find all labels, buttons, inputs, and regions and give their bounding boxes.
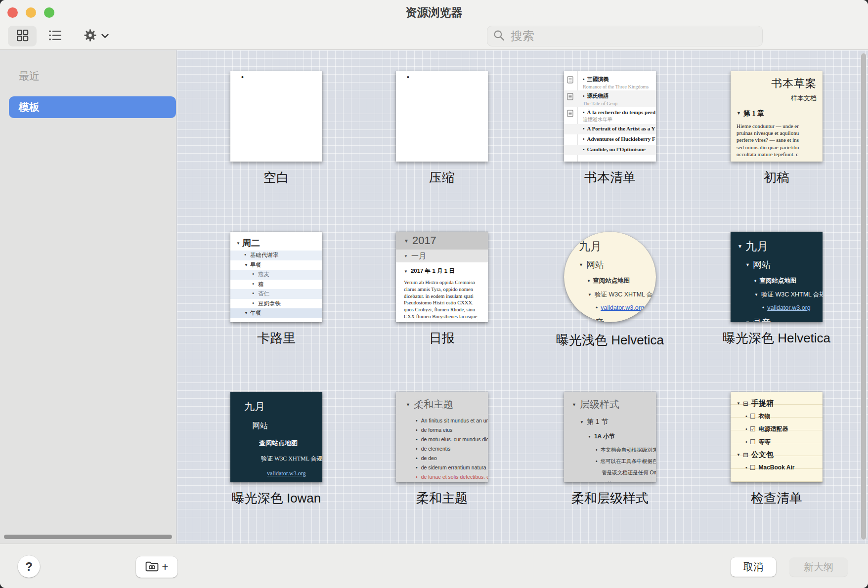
- template-cell: ▼⊟手提箱 •☐衣物 •☑电源适配器 •☐等等 ▼⊟公文包 •☐MacBook …: [731, 392, 823, 507]
- checkbox-mixed-icon: ⊟: [743, 400, 748, 407]
- template-cell: • 压缩: [396, 71, 488, 186]
- grid-view-button[interactable]: [8, 26, 37, 46]
- document-icon: [567, 110, 573, 119]
- sidebar: 最近 模板: [0, 50, 176, 544]
- checkbox-empty-icon: ☐: [750, 438, 756, 446]
- book-row: •A Portrait of the Artist as a Y: [564, 124, 656, 134]
- list-view-button[interactable]: [43, 26, 66, 46]
- template-thumbnail-exposure-dark-iowan[interactable]: 九月 网站 查阅站点地图 验证 W3C XHTML 合规性 validator.…: [230, 392, 322, 482]
- linked-folder-icon: [145, 560, 159, 574]
- search-input[interactable]: [510, 29, 756, 43]
- book-row: •À la recherche du temps perd 追憶逝水年華: [564, 107, 656, 124]
- template-cell: ▼九月 ▼网站 •查阅站点地图 ▼验证 W3C XHTML 合规性 •valid…: [564, 232, 656, 349]
- template-cell: •三國演義 Romance of the Three Kingdoms •源氏物…: [564, 71, 656, 186]
- template-thumbnail-calories[interactable]: ▼周二 •基础代谢率 ▼早餐 •燕麦 •糖 •杏仁 •豆奶拿铁 ▼午餐: [230, 232, 322, 322]
- template-thumbnail-exposure-light[interactable]: ▼九月 ▼网站 •查阅站点地图 ▼验证 W3C XHTML 合规性 •valid…: [564, 232, 656, 322]
- footer-bar: ? + 取消 新大纲: [0, 544, 868, 588]
- book-row: •Candide, ou l’Optimisme: [564, 145, 656, 155]
- vertical-scrollbar[interactable]: [861, 53, 867, 540]
- template-thumbnail-checklist[interactable]: ▼⊟手提箱 •☐衣物 •☑电源适配器 •☐等等 ▼⊟公文包 •☐MacBook …: [731, 392, 823, 482]
- new-outline-button[interactable]: 新大纲: [789, 557, 848, 577]
- checkbox-empty-icon: ☐: [750, 464, 756, 471]
- cancel-button[interactable]: 取消: [731, 557, 776, 577]
- template-label: 曝光浅色 Helvetica: [521, 332, 699, 349]
- action-menu-button[interactable]: [77, 26, 115, 46]
- bullet-dot: •: [241, 73, 244, 81]
- help-button[interactable]: ?: [18, 555, 40, 578]
- template-label: 书本清单: [521, 169, 699, 186]
- template-cell: ▼层级样式 ▼第 1 节 ▼1A 小节 •本文档会自动根据级别来 •您可以在工具…: [564, 392, 656, 507]
- template-label: 曝光深色 Helvetica: [688, 330, 866, 347]
- template-label: 柔和主题: [353, 490, 531, 507]
- bullet-dot: •: [407, 73, 409, 81]
- template-label: 空白: [187, 169, 365, 186]
- template-thumbnail-book-list[interactable]: •三國演義 Romance of the Three Kingdoms •源氏物…: [564, 71, 656, 162]
- document-icon: [567, 76, 573, 85]
- template-cell: ▼周二 •基础代谢率 ▼早餐 •燕麦 •糖 •杏仁 •豆奶拿铁 ▼午餐 卡路里: [230, 232, 322, 347]
- book-row: •源氏物語 The Tale of Genji: [564, 90, 656, 107]
- template-thumbnail-blank[interactable]: •: [230, 71, 322, 162]
- template-thumbnail-compressed[interactable]: •: [396, 71, 488, 162]
- template-grid: • 空白 • 压缩 •三國演義 Romance of the Three Kin…: [177, 50, 868, 544]
- template-thumbnail-gentle-theme[interactable]: ▼柔和主题 •An finitus sit mundus et an unu •…: [396, 392, 488, 482]
- search-field[interactable]: [487, 26, 763, 46]
- sidebar-horizontal-scrollbar[interactable]: [4, 535, 172, 539]
- template-cell: 九月 网站 查阅站点地图 验证 W3C XHTML 合规性 validator.…: [230, 392, 322, 507]
- template-cell: ▼九月 ▼网站 •查阅站点地图 ▼验证 W3C XHTML 合规性 •valid…: [731, 232, 823, 347]
- template-cell: ▼柔和主题 •An finitus sit mundus et an unu •…: [396, 392, 488, 507]
- checkbox-checked-icon: ☑: [750, 425, 756, 433]
- template-label: 初稿: [688, 169, 866, 186]
- sidebar-item-templates[interactable]: 模板: [9, 96, 176, 118]
- checkbox-mixed-icon: ⊟: [743, 451, 748, 459]
- grid-view-icon: [16, 29, 29, 43]
- plus-icon: +: [162, 560, 168, 574]
- document-icon: [567, 93, 573, 102]
- add-linked-folder-button[interactable]: +: [136, 556, 177, 578]
- titlebar: 资源浏览器: [0, 0, 868, 50]
- vertical-scrollbar-thumb[interactable]: [861, 53, 866, 540]
- sidebar-item-recent[interactable]: 最近: [19, 69, 176, 83]
- template-label: 日报: [353, 330, 531, 347]
- template-label: 卡路里: [187, 330, 365, 347]
- book-row: •三國演義 Romance of the Three Kingdoms: [564, 74, 656, 90]
- gear-icon: [84, 29, 97, 43]
- template-cell: • 空白: [230, 71, 322, 186]
- chevron-down-icon: [101, 33, 109, 40]
- template-thumbnail-hierarchical-styles[interactable]: ▼层级样式 ▼第 1 节 ▼1A 小节 •本文档会自动根据级别来 •您可以在工具…: [564, 392, 656, 482]
- template-thumbnail-daily-report[interactable]: ▼2017 ▼一月 ▼2017 年 1 月 1 日 Verum ab Histr…: [396, 232, 488, 322]
- template-label: 曝光深色 Iowan: [187, 490, 365, 507]
- template-cell: ▼2017 ▼一月 ▼2017 年 1 月 1 日 Verum ab Histr…: [396, 232, 488, 347]
- list-view-icon: [48, 29, 62, 43]
- checkbox-empty-icon: ☐: [750, 413, 756, 420]
- template-cell: 书本草案 样本文档 ▼第 1 章 Hieme conduntur — unde …: [731, 71, 823, 186]
- window-title: 资源浏览器: [0, 5, 868, 20]
- search-icon: [493, 30, 505, 43]
- resource-browser-window: 资源浏览器 最近 模板: [0, 0, 868, 588]
- template-label: 检查清单: [688, 490, 866, 507]
- book-row: •Adventures of Huckleberry F: [564, 134, 656, 145]
- template-thumbnail-first-draft[interactable]: 书本草案 样本文档 ▼第 1 章 Hieme conduntur — unde …: [731, 71, 823, 162]
- template-label: 压缩: [353, 169, 531, 186]
- template-thumbnail-exposure-dark-helvetica[interactable]: ▼九月 ▼网站 •查阅站点地图 ▼验证 W3C XHTML 合规性 •valid…: [731, 232, 823, 322]
- template-label: 柔和层级样式: [521, 490, 699, 507]
